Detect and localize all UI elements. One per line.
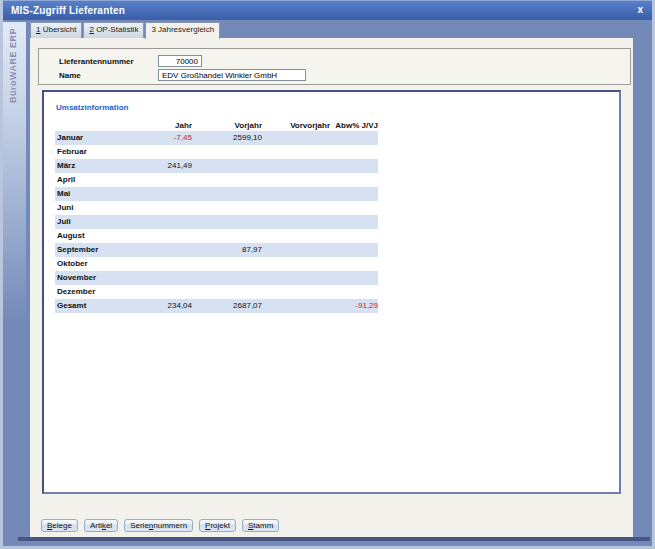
value-cell: [262, 299, 330, 313]
table-row: April: [55, 173, 378, 187]
month-cell: Januar: [55, 131, 127, 145]
label-text: OP-Statistik: [94, 25, 138, 34]
tab-op-statistik[interactable]: 2 OP-Statistik: [83, 22, 144, 38]
value-cell: [127, 271, 192, 285]
month-cell: November: [55, 271, 127, 285]
tab-jahresvergleich[interactable]: 3 Jahresvergleich: [145, 22, 220, 39]
table-row: März241,49: [55, 159, 378, 173]
value-cell: [262, 201, 330, 215]
value-cell: [127, 243, 192, 257]
month-cell: Gesamt: [55, 299, 127, 313]
value-cell: [262, 243, 330, 257]
value-cell: [330, 173, 378, 187]
window-body: BüroWARE ERP 1 Übersicht 2 OP-Statistik …: [3, 20, 652, 546]
stamm-button[interactable]: Stamm: [242, 519, 279, 532]
value-cell: [192, 159, 262, 173]
value-cell: [262, 229, 330, 243]
value-cell: [192, 257, 262, 271]
value-cell: -7,45: [127, 131, 192, 145]
lieferantennummer-input[interactable]: [158, 55, 202, 67]
value-cell: [262, 131, 330, 145]
table-row: November: [55, 271, 378, 285]
column-header: Jahr: [127, 120, 192, 131]
value-cell: [262, 187, 330, 201]
value-cell: [330, 215, 378, 229]
name-input[interactable]: [158, 69, 306, 81]
table-row: September87,97: [55, 243, 378, 257]
month-cell: April: [55, 173, 127, 187]
projekt-button[interactable]: Projekt: [199, 519, 236, 532]
table-row: Januar-7,452599,10: [55, 131, 378, 145]
month-cell: September: [55, 243, 127, 257]
sales-table: JahrVorjahrVorvorjahrAbw% J/VJJanuar-7,4…: [55, 120, 378, 313]
titlebar: MIS-Zugriff Lieferanten x: [3, 0, 652, 20]
value-cell: [262, 173, 330, 187]
table-row: Gesamt234,042687,07-91,29: [55, 299, 378, 313]
value-cell: [127, 257, 192, 271]
value-cell: [127, 229, 192, 243]
month-cell: Juni: [55, 201, 127, 215]
value-cell: [330, 145, 378, 159]
value-cell: [330, 159, 378, 173]
sales-panel: Umsatzinformation JahrVorjahrVorvorjahrA…: [42, 90, 621, 494]
table-row: Juni: [55, 201, 378, 215]
close-icon[interactable]: x: [637, 4, 643, 16]
value-cell: 87,97: [192, 243, 262, 257]
month-cell: Dezember: [55, 285, 127, 299]
artikel-button[interactable]: Artikel: [84, 519, 118, 532]
brand-text: BüroWARE ERP: [8, 28, 18, 103]
label-text: Jahresvergleich: [156, 25, 214, 34]
button-bar: Belege Artikel Seriennummern Projekt Sta…: [41, 519, 279, 532]
window: MIS-Zugriff Lieferanten x BüroWARE ERP 1…: [0, 0, 655, 549]
value-cell: -91,29: [330, 299, 378, 313]
table-row: Oktober: [55, 257, 378, 271]
label-text: Arti: [90, 521, 102, 530]
value-cell: [192, 187, 262, 201]
tab-uebersicht[interactable]: 1 Übersicht: [30, 22, 82, 38]
value-cell: [127, 145, 192, 159]
value-cell: [127, 173, 192, 187]
value-cell: [330, 285, 378, 299]
label-text: el: [106, 521, 112, 530]
value-cell: [192, 173, 262, 187]
table-row: Mai: [55, 187, 378, 201]
value-cell: [262, 159, 330, 173]
table-row: Juli: [55, 215, 378, 229]
header-month: [55, 120, 127, 131]
value-cell: [192, 229, 262, 243]
value-cell: [192, 215, 262, 229]
label-text: Übersicht: [40, 25, 76, 34]
label-text: nummern: [153, 521, 187, 530]
value-cell: [330, 257, 378, 271]
value-cell: [127, 187, 192, 201]
brand-strip: BüroWARE ERP: [3, 22, 26, 322]
section-title: Umsatzinformation: [56, 103, 619, 112]
label-text: elege: [52, 521, 72, 530]
value-cell: [330, 271, 378, 285]
value-cell: [262, 257, 330, 271]
value-cell: [262, 215, 330, 229]
column-header: Vorvorjahr: [262, 120, 330, 131]
belege-button[interactable]: Belege: [41, 519, 78, 532]
month-cell: August: [55, 229, 127, 243]
lieferantennummer-label: Lieferantennummer: [59, 57, 158, 66]
value-cell: [127, 201, 192, 215]
value-cell: [127, 215, 192, 229]
form-row: Lieferantennummer: [59, 54, 630, 68]
value-cell: [330, 187, 378, 201]
seriennummern-button[interactable]: Seriennummern: [124, 519, 193, 532]
value-cell: [127, 285, 192, 299]
value-cell: [192, 285, 262, 299]
table-row: Dezember: [55, 285, 378, 299]
value-cell: 234,04: [127, 299, 192, 313]
value-cell: 2687,07: [192, 299, 262, 313]
value-cell: [262, 145, 330, 159]
value-cell: [262, 271, 330, 285]
column-header: Vorjahr: [192, 120, 262, 131]
form-row: Name: [59, 68, 630, 82]
value-cell: [192, 201, 262, 215]
month-cell: Juli: [55, 215, 127, 229]
bottom-shadow-line: [18, 537, 650, 541]
table-row: Februar: [55, 145, 378, 159]
month-cell: Oktober: [55, 257, 127, 271]
